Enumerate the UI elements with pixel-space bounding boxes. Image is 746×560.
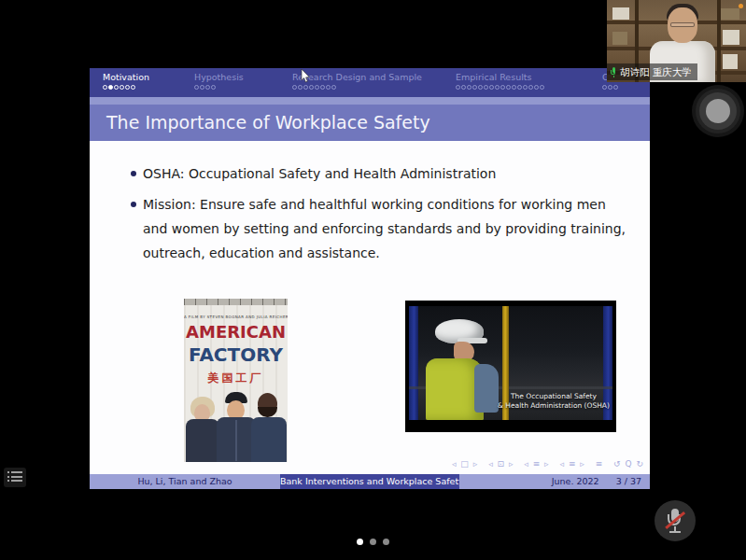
blue-post [409,306,418,420]
beamer-navigation-symbols: ◃ □ ▹ ◃ ⊡ ▹ ◃ ≡ ▹ ◃ ≡ ▹ ≡ ↺ Q ↻ [445,459,644,469]
books [723,30,739,45]
video-caption-line1: The Occupational Safety [495,392,612,401]
poster-figure-man-beard [251,393,287,462]
bullet-marker-icon [131,171,136,176]
poster-chinese-subtitle: 美国工厂 [184,371,288,386]
status-dot [739,4,743,8]
pagination-dot[interactable] [370,539,376,545]
glasses [670,22,695,27]
participant-name-tag: 胡诗阳 重庆大学 [607,63,697,80]
bullet-text: Mission: Ensure safe and healthful worki… [143,197,626,260]
nav-section-hypothesis[interactable]: Hypothesis [194,72,244,90]
books [723,54,738,69]
agenda-list-button[interactable] [4,468,26,487]
slide-body: OSHA: Occupational Safety and Health Adm… [90,141,650,474]
nav-section-research-design[interactable]: Research Design and Sample [292,72,422,90]
shared-slide: Motivation Hypothesis Research Design an… [90,68,650,489]
slide-footer: Hu, Li, Tian and Zhao Bank Interventions… [90,474,650,489]
mouse-cursor-icon [301,69,311,87]
nav-section-dots[interactable] [602,85,651,90]
bullet-text: OSHA: Occupational Safety and Health Adm… [143,166,496,181]
nav-section-dots[interactable] [103,85,149,90]
list-row [7,480,22,482]
footer-date-page: June. 2022 3 / 37 [459,474,650,489]
participant-video-tile[interactable]: 胡诗阳 重庆大学 [607,0,746,82]
books [721,8,739,20]
nav-symbol-section[interactable]: ◃ ≡ ▹ [560,459,585,469]
poster-top-band [184,299,288,305]
mic-muted-button[interactable] [655,500,696,541]
bullet-list: OSHA: Occupational Safety and Health Adm… [131,161,635,272]
american-factory-poster-image: A FILM BY STEVEN BOGNAR AND JULIA REICHE… [184,299,288,462]
books [612,7,629,20]
nav-section-label: Empirical Results [456,72,545,82]
nav-section-dots[interactable] [194,85,244,90]
nav-section-label: Research Design and Sample [292,72,422,82]
participant-name: 胡诗阳 重庆大学 [620,64,692,79]
bullet-item: Mission: Ensure safe and healthful worki… [131,192,629,265]
pagination-dot[interactable] [383,539,389,545]
nav-symbol-subsection[interactable]: ◃ ≡ ▹ [524,459,549,469]
footer-authors: Hu, Li, Tian and Zhao [90,474,280,489]
nav-symbol-frame[interactable]: ◃ ⊡ ▹ [488,459,514,469]
poster-figure-man-cap [217,392,256,462]
video-caption: The Occupational Safety & Health Adminis… [495,392,612,411]
osha-video-still-image: The Occupational Safety & Health Adminis… [405,301,616,432]
pagination-dot[interactable] [357,539,363,545]
mic-icon-base [669,531,681,533]
bullet-item: OSHA: Occupational Safety and Health Adm… [131,161,629,186]
mic-on-icon [611,67,617,77]
meeting-window: Motivation Hypothesis Research Design an… [0,0,746,560]
frame-title-bar: The Importance of Workplace Safety [90,105,650,141]
factory-scene: The Occupational Safety & Health Adminis… [409,306,612,420]
nav-symbol-back-search-forward[interactable]: ↺ Q ↻ [613,459,644,469]
bullet-marker-icon [131,202,136,207]
nav-section-dots[interactable] [292,85,422,90]
footer-page-number: 3 / 37 [616,474,641,489]
frame-title: The Importance of Workplace Safety [106,112,430,133]
nav-section-empirical-results[interactable]: Empirical Results [456,72,545,90]
list-row [7,476,22,478]
nav-symbol-slide[interactable]: ◃ □ ▹ [452,459,478,469]
header-strip [90,97,650,105]
nav-section-dots[interactable] [456,85,545,90]
slide-section-navbar: Motivation Hypothesis Research Design an… [90,68,650,97]
video-caption-line2: & Health Administration (OSHA) [495,401,612,411]
nav-symbol-presentation[interactable]: ≡ [596,459,604,469]
nav-section-label: Hypothesis [194,72,244,82]
nav-section-label: Motivation [103,72,149,82]
list-row [7,471,22,473]
poster-title-american: AMERICAN [184,322,288,342]
view-pagination-dots[interactable] [357,539,389,545]
camera-lens-icon [699,92,737,130]
footer-short-title: Bank Interventions and Workplace Safety [280,474,459,489]
footer-date: June. 2022 [552,474,599,489]
books [612,32,627,45]
nav-section-motivation[interactable]: Motivation [103,72,149,90]
poster-credit-text: A FILM BY STEVEN BOGNAR AND JULIA REICHE… [184,315,288,319]
poster-title-factory: FACTORY [184,343,288,366]
worker-figure [420,317,500,420]
poster-figure-woman [186,397,219,462]
camera-lens-inner [706,99,730,123]
